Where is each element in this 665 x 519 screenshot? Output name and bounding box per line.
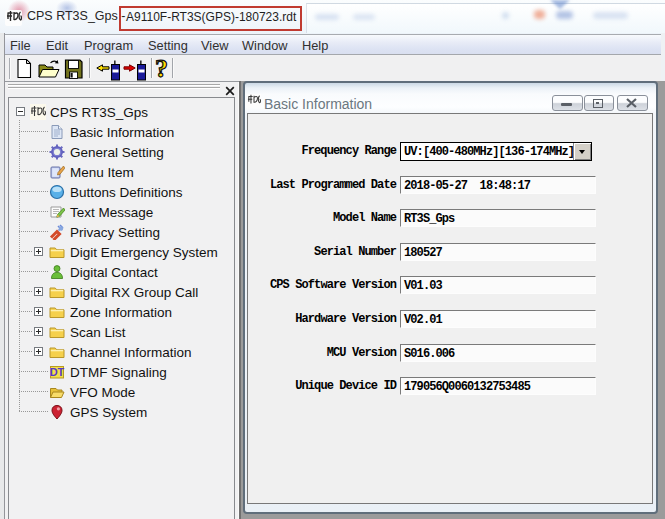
svg-text:?: ? bbox=[155, 56, 168, 81]
